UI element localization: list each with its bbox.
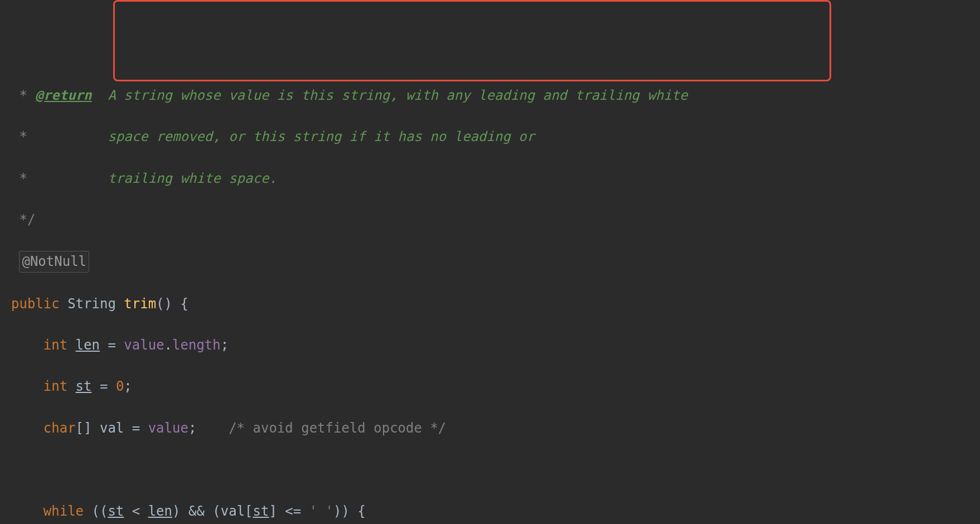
javadoc-desc: A string whose value is this string, wit… bbox=[108, 88, 687, 103]
blank-line bbox=[11, 459, 980, 480]
highlight-annotation-box bbox=[113, 0, 831, 81]
notnull-annotation: @NotNull bbox=[19, 251, 89, 273]
method-name: trim bbox=[124, 296, 156, 312]
javadoc-return-tag: @return bbox=[35, 88, 91, 103]
method-signature: public String trim() { bbox=[11, 294, 980, 314]
javadoc-line: * space removed, or this string if it ha… bbox=[11, 127, 980, 147]
code-editor[interactable]: * @return A string whose value is this s… bbox=[0, 0, 980, 524]
javadoc-desc: space removed, or this string if it has … bbox=[108, 129, 535, 144]
code-line: int st = 0; bbox=[11, 376, 980, 397]
code-line: char[] val = value; /* avoid getfield op… bbox=[11, 418, 980, 439]
annotation-line: @NotNull bbox=[11, 251, 980, 273]
javadoc-line: * trailing white space. bbox=[11, 168, 980, 189]
javadoc-desc: trailing white space. bbox=[108, 171, 276, 186]
code-line: int len = value.length; bbox=[11, 335, 980, 356]
var-len: len bbox=[76, 337, 100, 353]
code-line: while ((st < len) && (val[st] <= ' ')) { bbox=[11, 501, 980, 522]
var-val: val bbox=[100, 420, 124, 436]
javadoc-close: */ bbox=[11, 210, 980, 230]
var-st: st bbox=[76, 379, 92, 394]
field-value: value bbox=[124, 337, 164, 353]
javadoc-line: * @return A string whose value is this s… bbox=[11, 85, 980, 106]
inline-comment: /* avoid getfield opcode */ bbox=[229, 420, 446, 436]
